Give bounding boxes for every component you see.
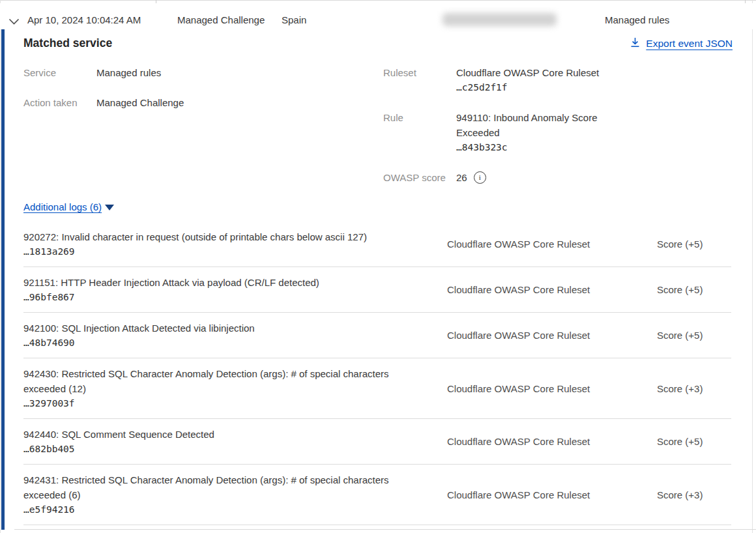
log-score: Score (+5) xyxy=(657,284,731,295)
log-rule-cell: 942440: SQL Comment Sequence Detected …6… xyxy=(23,427,447,456)
field-rule: Rule 949110: Inbound Anomaly Score Excee… xyxy=(383,110,644,155)
panel-header: Matched service Export event JSON xyxy=(23,36,733,50)
log-score: Score (+5) xyxy=(657,436,731,447)
caret-down-icon xyxy=(105,205,114,210)
rule-name: 949110: Inbound Anomaly Score Exceeded xyxy=(456,110,614,140)
field-service: Service Managed rules xyxy=(23,65,297,80)
event-country: Spain xyxy=(282,14,306,25)
log-row: 942430: Restricted SQL Character Anomaly… xyxy=(23,358,731,419)
field-label: Service xyxy=(23,65,96,80)
ruleset-id-hash: …c25d2f1f xyxy=(456,80,614,95)
log-ruleset-name: Cloudflare OWASP Core Ruleset xyxy=(447,330,657,341)
event-timestamp: Apr 10, 2024 10:04:24 AM xyxy=(27,14,141,25)
log-ruleset-name: Cloudflare OWASP Core Ruleset xyxy=(447,383,657,394)
ruleset-name: Cloudflare OWASP Core Ruleset xyxy=(456,65,614,80)
download-icon xyxy=(630,37,640,50)
field-value: Managed rules xyxy=(96,65,161,80)
info-icon[interactable]: i xyxy=(474,171,486,184)
export-event-json-label: Export event JSON xyxy=(646,38,733,50)
field-ruleset: Ruleset Cloudflare OWASP Core Ruleset …c… xyxy=(383,65,644,95)
log-rule-description: 920272: Invalid character in request (ou… xyxy=(23,229,418,244)
log-row: 942440: SQL Comment Sequence Detected …6… xyxy=(23,419,731,465)
log-ruleset-name: Cloudflare OWASP Core Ruleset xyxy=(447,489,657,500)
log-rule-hash: …96bfe867 xyxy=(23,290,418,304)
rule-id-hash: …843b323c xyxy=(456,140,614,155)
log-rule-hash: …48b74690 xyxy=(23,336,418,350)
event-summary-row[interactable]: Apr 10, 2024 10:04:24 AM Managed Challen… xyxy=(0,3,756,29)
field-action-taken: Action taken Managed Challenge xyxy=(23,95,297,110)
log-rule-hash: …3297003f xyxy=(23,396,418,411)
log-ruleset-name: Cloudflare OWASP Core Ruleset xyxy=(447,436,657,447)
log-rule-description: 921151: HTTP Header Injection Attack via… xyxy=(23,275,418,290)
log-rule-cell: 942431: Restricted SQL Character Anomaly… xyxy=(23,472,447,517)
log-score: Score (+3) xyxy=(657,383,731,394)
field-label: Ruleset xyxy=(383,65,456,95)
event-service: Managed rules xyxy=(605,14,669,25)
matched-service-fields-left: Service Managed rules Action taken Manag… xyxy=(23,65,297,125)
panel-title: Matched service xyxy=(23,36,112,50)
row-top-border xyxy=(0,0,756,1)
log-row: 920272: Invalid character in request (ou… xyxy=(23,222,731,267)
panel-bottom-border xyxy=(14,529,756,530)
log-rule-cell: 942430: Restricted SQL Character Anomaly… xyxy=(23,366,447,411)
log-rule-hash: …1813a269 xyxy=(23,244,418,259)
chevron-down-icon[interactable] xyxy=(8,16,20,28)
table-left-border xyxy=(0,0,1,533)
field-value: Managed Challenge xyxy=(96,95,184,110)
matched-service-fields-right: Ruleset Cloudflare OWASP Core Ruleset …c… xyxy=(383,65,644,200)
log-rule-cell: 921151: HTTP Header Injection Attack via… xyxy=(23,275,447,304)
log-score: Score (+3) xyxy=(657,489,731,500)
log-row: 921151: HTTP Header Injection Attack via… xyxy=(23,267,731,313)
log-row: 942100: SQL Injection Attack Detected vi… xyxy=(23,313,731,358)
log-rule-cell: 920272: Invalid character in request (ou… xyxy=(23,229,447,259)
log-rule-description: 942430: Restricted SQL Character Anomaly… xyxy=(23,366,418,396)
export-event-json-button[interactable]: Export event JSON xyxy=(630,37,733,50)
log-score: Score (+5) xyxy=(657,238,731,250)
log-ruleset-name: Cloudflare OWASP Core Ruleset xyxy=(447,284,657,295)
owasp-score-value: 26 xyxy=(456,170,467,185)
field-label: OWASP score xyxy=(383,170,456,185)
additional-logs-table: 920272: Invalid character in request (ou… xyxy=(23,222,731,525)
expanded-row-accent-bar xyxy=(1,29,5,530)
log-row: 942431: Restricted SQL Character Anomaly… xyxy=(23,465,731,525)
log-score: Score (+5) xyxy=(657,330,731,341)
log-rule-hash: …e5f94216 xyxy=(23,502,418,517)
additional-logs-label: Additional logs (6) xyxy=(23,201,102,212)
log-ruleset-name: Cloudflare OWASP Core Ruleset xyxy=(447,238,657,250)
event-action: Managed Challenge xyxy=(177,14,265,25)
table-right-border xyxy=(752,0,753,533)
log-rule-cell: 942100: SQL Injection Attack Detected vi… xyxy=(23,321,447,350)
additional-logs-toggle[interactable]: Additional logs (6) xyxy=(23,201,114,212)
field-label: Action taken xyxy=(23,95,96,110)
field-owasp-score: OWASP score 26 i xyxy=(383,170,644,185)
log-rule-description: 942431: Restricted SQL Character Anomaly… xyxy=(23,472,418,502)
log-rule-description: 942100: SQL Injection Attack Detected vi… xyxy=(23,321,418,336)
redacted-hostname xyxy=(443,13,557,26)
log-rule-description: 942440: SQL Comment Sequence Detected xyxy=(23,427,418,442)
field-label: Rule xyxy=(383,110,456,155)
log-rule-hash: …682bb405 xyxy=(23,442,418,456)
security-event-detail-panel: Apr 10, 2024 10:04:24 AM Managed Challen… xyxy=(0,0,756,533)
